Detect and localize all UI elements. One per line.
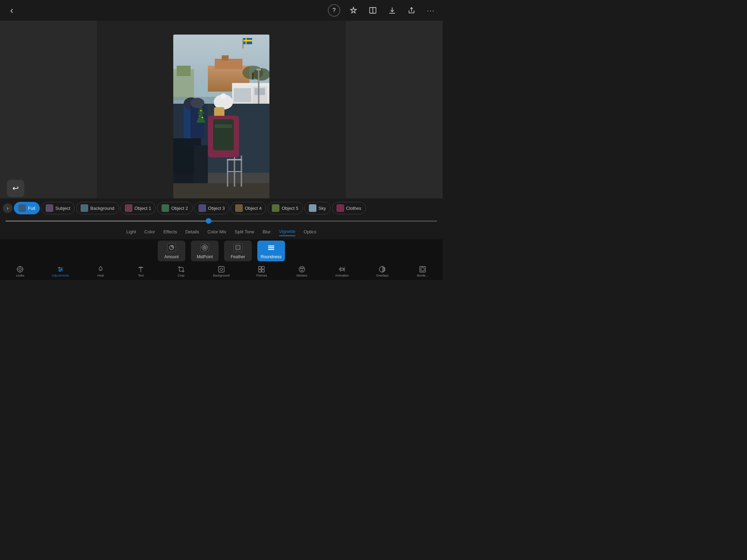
share-button[interactable] [405, 4, 418, 17]
svg-rect-17 [242, 38, 243, 48]
svg-rect-39 [227, 159, 242, 160]
svg-point-82 [299, 267, 305, 272]
more-button[interactable]: ··· [425, 4, 437, 17]
tab-effects[interactable]: Effects [163, 228, 177, 236]
svg-point-46 [199, 115, 200, 116]
adjustment-tabs: Light Color Effects Details Color Mix Sp… [0, 224, 443, 239]
segment-thumb-sky [309, 204, 316, 212]
text-icon [137, 265, 145, 273]
vignette-amount-button[interactable]: Amount [158, 241, 185, 261]
scrubber-fill [6, 221, 213, 222]
compare-button[interactable] [367, 4, 379, 17]
svg-rect-76 [219, 267, 224, 272]
segment-item-object2[interactable]: Object 2 [157, 202, 192, 214]
download-button[interactable] [386, 4, 398, 17]
svg-rect-16 [255, 88, 265, 95]
segment-thumb-object3 [199, 204, 206, 212]
main-content [0, 21, 443, 218]
magic-button[interactable] [347, 4, 360, 17]
nav-themes[interactable]: Themes [241, 263, 282, 280]
heal-icon [97, 265, 104, 273]
borders-icon [419, 265, 426, 273]
segment-thumb-object2 [162, 204, 169, 212]
nav-adjustments[interactable]: Adjustments [40, 263, 80, 280]
overlays-icon [378, 265, 386, 273]
amount-icon [167, 243, 176, 252]
scrubber-thumb[interactable] [206, 218, 211, 224]
help-button[interactable]: ? [328, 4, 340, 17]
scrubber-bar [0, 218, 443, 224]
segment-item-sky[interactable]: Sky [304, 202, 331, 214]
segment-thumb-object5 [272, 204, 279, 212]
svg-point-72 [58, 267, 60, 269]
svg-rect-61 [268, 247, 274, 248]
svg-rect-79 [262, 267, 264, 269]
segment-item-background[interactable]: Background [76, 202, 119, 214]
svg-rect-62 [268, 249, 274, 250]
svg-point-87 [343, 269, 345, 270]
segment-item-object3[interactable]: Object 3 [194, 202, 229, 214]
segment-thumb-clothes [336, 204, 344, 212]
nav-heal[interactable]: Heal [81, 263, 121, 280]
svg-rect-11 [252, 73, 253, 80]
svg-point-64 [19, 268, 21, 270]
segment-thumb-object4 [235, 204, 243, 212]
svg-point-84 [302, 268, 303, 269]
svg-rect-14 [234, 88, 251, 102]
svg-point-58 [236, 246, 240, 249]
segment-thumb-object1 [125, 204, 132, 212]
segment-item-object5[interactable]: Object 5 [267, 202, 303, 214]
nav-stickers[interactable]: Stickers [282, 263, 322, 280]
nav-animation[interactable]: Animation [322, 263, 362, 280]
svg-rect-20 [243, 40, 252, 41]
background-icon [218, 265, 225, 273]
tab-colormix[interactable]: Color Mix [208, 228, 227, 236]
top-bar-left: ‹ [6, 4, 18, 17]
svg-point-23 [221, 93, 226, 99]
vignette-controls: Amount MidPoint Feather Roundness [0, 239, 443, 263]
svg-point-73 [61, 269, 62, 270]
tab-details[interactable]: Details [185, 228, 199, 236]
svg-point-45 [200, 110, 202, 111]
svg-rect-48 [167, 243, 176, 252]
svg-rect-27 [215, 124, 232, 128]
bottom-nav: Looks Adjustments Heal Text Crop [0, 263, 443, 280]
tab-color[interactable]: Color [144, 228, 155, 236]
segment-item-object1[interactable]: Object 1 [120, 202, 156, 214]
svg-rect-41 [258, 69, 259, 104]
svg-rect-26 [213, 119, 234, 150]
tab-splittone[interactable]: Split Tone [235, 228, 255, 236]
svg-point-47 [202, 117, 203, 118]
roundness-icon [266, 243, 276, 252]
nav-crop[interactable]: Crop [161, 263, 201, 280]
nav-looks[interactable]: Looks [0, 263, 40, 280]
segment-item-full[interactable]: Full [14, 202, 40, 214]
nav-background[interactable]: Background [201, 263, 241, 280]
nav-borders[interactable]: Borde... [403, 263, 443, 280]
tab-optics[interactable]: Optics [304, 228, 316, 236]
segment-item-clothes[interactable]: Clothes [332, 202, 366, 214]
svg-rect-90 [421, 268, 424, 271]
scrubber-track[interactable] [6, 221, 437, 222]
segment-prev-button[interactable]: › [3, 203, 12, 213]
nav-overlays[interactable]: Overlays [362, 263, 402, 280]
right-panel [346, 21, 443, 218]
tab-light[interactable]: Light [126, 228, 136, 236]
svg-point-55 [204, 247, 205, 248]
tab-blur[interactable]: Blur [262, 228, 270, 236]
segment-thumb-subject [46, 204, 53, 212]
svg-point-10 [253, 68, 269, 81]
vignette-roundness-button[interactable]: Roundness [257, 241, 285, 261]
tab-vignette[interactable]: Vignette [279, 227, 295, 236]
vignette-midpoint-button[interactable]: MidPoint [191, 241, 219, 261]
segment-thumb-background [81, 204, 88, 212]
back-button[interactable]: ‹ [6, 4, 18, 17]
svg-rect-78 [259, 267, 261, 269]
segment-item-subject[interactable]: Subject [41, 202, 75, 214]
photo-canvas [173, 35, 269, 204]
vignette-feather-button[interactable]: Feather [224, 241, 252, 261]
segment-item-object4[interactable]: Object 4 [231, 202, 266, 214]
animation-icon [338, 265, 346, 273]
undo-button[interactable]: ↩ [7, 180, 24, 197]
nav-text[interactable]: Text [121, 263, 161, 280]
